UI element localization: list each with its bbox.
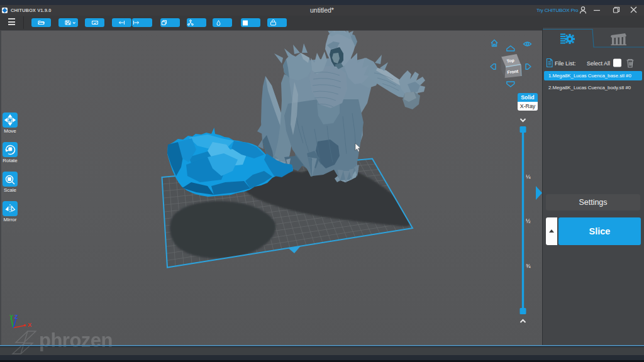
svg-text:¾: ¾ <box>526 263 531 269</box>
svg-text:Select All: Select All <box>587 60 610 67</box>
svg-text:File List:: File List: <box>555 60 576 67</box>
svg-text:½: ½ <box>526 218 531 224</box>
svg-text:¼: ¼ <box>526 173 531 180</box>
svg-text:phrozen: phrozen <box>39 329 113 351</box>
